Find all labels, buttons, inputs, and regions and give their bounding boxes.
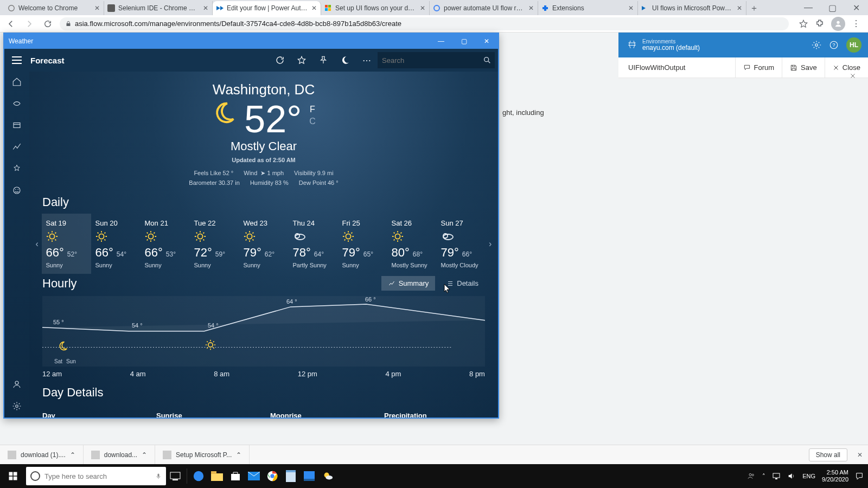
daily-card[interactable]: Mon 2166°53°Sunny bbox=[141, 214, 190, 274]
close-icon[interactable]: ✕ bbox=[528, 5, 534, 11]
settings-icon[interactable] bbox=[812, 40, 821, 50]
unit-c[interactable]: C bbox=[309, 117, 316, 126]
download-item[interactable]: Setup Microsoft P...⌃ bbox=[155, 445, 250, 464]
tray-expand-icon[interactable]: ˄ bbox=[762, 473, 765, 480]
trends-icon[interactable] bbox=[11, 141, 23, 153]
minimize-icon[interactable]: — bbox=[796, 0, 820, 15]
close-icon[interactable]: ✕ bbox=[736, 5, 743, 11]
mail-icon[interactable] bbox=[245, 464, 263, 488]
daily-card[interactable]: Wed 2379°62°Sunny bbox=[239, 214, 289, 274]
people-icon[interactable] bbox=[747, 472, 756, 480]
forum-button[interactable]: Forum bbox=[735, 57, 782, 78]
more-icon[interactable]: ⋯ bbox=[356, 55, 378, 66]
volume-icon[interactable] bbox=[787, 472, 796, 480]
forward-button[interactable] bbox=[23, 17, 36, 30]
lang-indicator[interactable]: ENG bbox=[802, 473, 815, 479]
notifications-icon[interactable] bbox=[855, 472, 864, 480]
home-icon[interactable] bbox=[11, 76, 23, 88]
favorites-icon[interactable] bbox=[11, 163, 23, 175]
notepad-icon[interactable] bbox=[282, 464, 300, 488]
account-icon[interactable] bbox=[11, 378, 23, 390]
mic-icon[interactable] bbox=[155, 472, 162, 480]
back-button[interactable] bbox=[4, 17, 17, 30]
edge-icon[interactable] bbox=[189, 464, 208, 488]
maximize-icon[interactable]: ▢ bbox=[820, 0, 844, 15]
close-icon[interactable]: ✕ bbox=[311, 5, 317, 11]
network-icon[interactable] bbox=[772, 472, 781, 480]
star-icon[interactable] bbox=[799, 19, 808, 29]
chevron-up-icon[interactable]: ⌃ bbox=[142, 451, 147, 459]
close-icon[interactable]: ✕ bbox=[852, 451, 868, 459]
close-icon[interactable]: ✕ bbox=[628, 5, 634, 11]
address-bar[interactable]: asia.flow.microsoft.com/manage/environme… bbox=[60, 17, 789, 30]
close-icon[interactable]: ✕ bbox=[202, 5, 209, 11]
menu-icon[interactable]: ⋮ bbox=[852, 18, 860, 29]
unit-f[interactable]: F bbox=[309, 105, 316, 114]
browser-tab[interactable]: Welcome to Chrome ✕ bbox=[4, 1, 104, 15]
browser-tab[interactable]: Extensions ✕ bbox=[538, 1, 638, 15]
close-icon[interactable] bbox=[850, 73, 860, 84]
prev-icon[interactable]: ‹ bbox=[33, 239, 42, 249]
chevron-up-icon[interactable]: ⌃ bbox=[236, 451, 241, 459]
moon-icon[interactable] bbox=[334, 55, 356, 65]
hamburger-icon[interactable] bbox=[4, 56, 29, 64]
show-all-button[interactable]: Show all bbox=[809, 448, 847, 461]
maximize-button[interactable]: ▢ bbox=[452, 34, 475, 49]
chevron-up-icon[interactable]: ⌃ bbox=[70, 451, 75, 459]
download-item[interactable]: download (1)....⌃ bbox=[0, 445, 84, 464]
daily-card[interactable]: Fri 2579°65°Sunny bbox=[338, 214, 387, 274]
next-icon[interactable]: › bbox=[486, 239, 495, 249]
news-icon[interactable] bbox=[11, 184, 23, 196]
daily-card[interactable]: Sun 2779°66°Mostly Cloudy bbox=[437, 214, 486, 274]
chrome-icon[interactable] bbox=[263, 464, 282, 488]
search-box[interactable] bbox=[378, 52, 495, 68]
daily-card[interactable]: Sun 2066°54°Sunny bbox=[91, 214, 141, 274]
browser-tab[interactable]: Set up UI flows on your device - ✕ bbox=[321, 1, 430, 15]
reload-button[interactable] bbox=[41, 17, 54, 30]
start-button[interactable] bbox=[0, 464, 26, 488]
new-tab-button[interactable]: ＋ bbox=[746, 1, 762, 15]
close-icon[interactable]: ✕ bbox=[94, 5, 100, 11]
search-icon[interactable] bbox=[483, 56, 492, 65]
summary-button[interactable]: Summary bbox=[381, 276, 436, 291]
search-input[interactable] bbox=[378, 56, 475, 65]
browser-tab[interactable]: power automate UI flow require ✕ bbox=[430, 1, 538, 15]
close-icon[interactable]: ✕ bbox=[844, 0, 868, 15]
browser-tab[interactable]: Selenium IDE - Chrome Web Sto ✕ bbox=[104, 1, 213, 15]
hourly-chart[interactable]: 55 ° 54 ° 54 ° 64 ° 66 ° Sat Sun bbox=[42, 296, 485, 367]
unit-toggle[interactable]: F C bbox=[309, 105, 316, 126]
help-icon[interactable]: ? bbox=[829, 40, 839, 50]
daily-card[interactable]: Sat 2680°68°Mostly Sunny bbox=[387, 214, 437, 274]
user-avatar[interactable]: HL bbox=[846, 37, 861, 53]
history-icon[interactable] bbox=[11, 119, 23, 131]
maps-icon[interactable] bbox=[11, 98, 23, 110]
daily-card[interactable]: Thu 2478°64°Partly Sunny bbox=[289, 214, 338, 274]
window-titlebar[interactable]: Weather — ▢ ✕ bbox=[4, 34, 498, 49]
download-item[interactable]: download...⌃ bbox=[84, 445, 155, 464]
browser-tab-active[interactable]: Edit your flow | Power Automate ✕ bbox=[213, 1, 321, 15]
taskbar-search[interactable]: Type here to search bbox=[26, 467, 166, 485]
store-icon[interactable] bbox=[226, 464, 245, 488]
settings-icon[interactable] bbox=[11, 400, 23, 412]
browser-tab[interactable]: UI flows in Microsoft Power Auto ✕ bbox=[638, 1, 746, 15]
close-icon[interactable]: ✕ bbox=[419, 5, 426, 11]
save-button[interactable]: Save bbox=[782, 57, 825, 78]
extensions-icon[interactable] bbox=[815, 19, 825, 29]
task-view-icon[interactable] bbox=[166, 464, 184, 488]
daily-card[interactable]: Tue 2272°59°Sunny bbox=[190, 214, 239, 274]
daily-card[interactable]: Sat 1966°52°Sunny bbox=[42, 214, 91, 274]
refresh-icon[interactable] bbox=[269, 55, 291, 65]
environment-picker[interactable]: Environments enayu.com (default) bbox=[618, 39, 709, 51]
clock[interactable]: 2:50 AM 9/20/2020 bbox=[822, 469, 848, 483]
details-button[interactable]: Details bbox=[441, 276, 485, 291]
minimize-button[interactable]: — bbox=[430, 34, 452, 49]
close-button[interactable]: Close bbox=[825, 57, 868, 78]
weather-taskbar-icon[interactable] bbox=[318, 464, 337, 488]
explorer-icon[interactable] bbox=[208, 464, 226, 488]
favorite-icon[interactable] bbox=[291, 55, 312, 65]
close-button[interactable]: ✕ bbox=[475, 34, 498, 49]
profile-avatar[interactable] bbox=[831, 17, 845, 31]
pin-icon[interactable] bbox=[312, 55, 334, 65]
settings-icon[interactable] bbox=[300, 464, 318, 488]
flow-name[interactable]: UIFlowWithOutput bbox=[618, 63, 735, 72]
